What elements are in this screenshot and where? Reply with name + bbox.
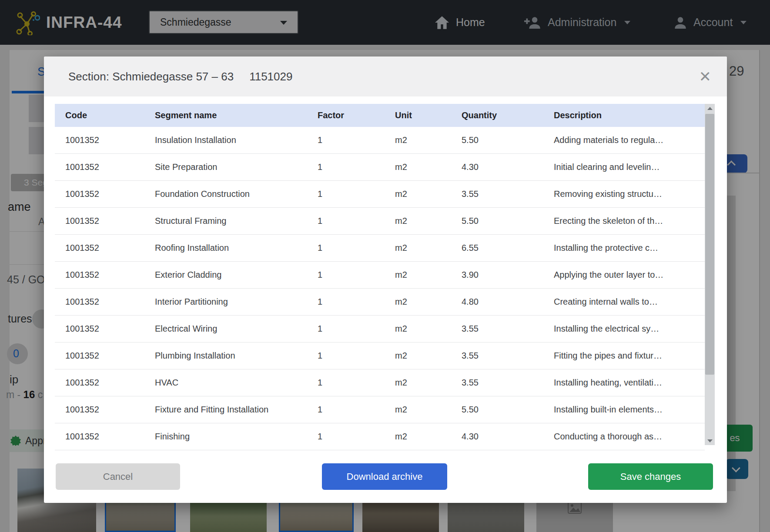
cell-segment-name: Exterior Cladding [144,262,307,289]
cell-segment-name: HVAC [144,369,307,396]
cell-description: Applying the outer layer to… [543,262,705,289]
cell-factor: 1 [307,316,385,342]
cell-unit: m2 [385,235,451,262]
cell-segment-name: Fixture and Fitting Installation [144,396,307,423]
table-row[interactable]: 1001352 Interior Partitioning 1 m2 4.80 … [55,289,705,316]
column-header-code: Code [55,104,144,127]
cell-code: 1001352 [55,181,144,208]
cell-quantity: 4.80 [451,289,543,316]
scroll-down-arrow[interactable] [705,436,715,445]
table-row[interactable]: 1001352 Foundation Construction 1 m2 3.5… [55,181,705,208]
table-row[interactable]: 1001352 Fixture and Fitting Installation… [55,396,705,423]
cell-segment-name: Insulation Installation [144,127,307,154]
screen: INFRA-44 Schmiedegasse Home Administra [0,0,770,532]
cell-code: 1001352 [55,289,144,316]
dialog-header: Section: Schmiedegasse 57 – 631151029 ✕ [44,57,727,96]
column-header-description: Description [543,104,705,127]
cell-code: 1001352 [55,396,144,423]
cancel-button[interactable]: Cancel [56,463,180,490]
cell-unit: m2 [385,127,451,154]
cell-unit: m2 [385,396,451,423]
cell-unit: m2 [385,289,451,316]
cell-quantity: 6.55 [451,235,543,262]
triangle-up-icon [707,107,713,110]
triangle-down-icon [707,439,713,442]
cell-quantity: 5.50 [451,396,543,423]
cell-quantity: 3.55 [451,342,543,369]
table-row[interactable]: 1001352 Plumbing Installation 1 m2 3.55 … [55,342,705,369]
cell-code: 1001352 [55,423,144,450]
cell-quantity: 3.55 [451,181,543,208]
cell-unit: m2 [385,181,451,208]
cell-description: Installing the electrical sy… [543,316,705,342]
table-row[interactable]: 1001352 Roofing Installation 1 m2 6.55 I… [55,235,705,262]
column-header-segment-name: Segment name [144,104,307,127]
cell-factor: 1 [307,396,385,423]
cell-factor: 1 [307,262,385,289]
cell-quantity: 3.55 [451,316,543,342]
cell-segment-name: Electrical Wiring [144,316,307,342]
save-changes-button[interactable]: Save changes [588,463,713,490]
download-archive-button[interactable]: Download archive [322,463,447,490]
cell-code: 1001352 [55,235,144,262]
dialog-title: Section: Schmiedegasse 57 – 631151029 [68,57,292,96]
table-row[interactable]: 1001352 HVAC 1 m2 3.55 Installing heatin… [55,369,705,396]
cell-quantity: 4.30 [451,423,543,450]
cell-quantity: 3.55 [451,369,543,396]
cell-segment-name: Foundation Construction [144,181,307,208]
cell-factor: 1 [307,369,385,396]
cell-code: 1001352 [55,369,144,396]
cell-description: Installing the protective c… [543,235,705,262]
cell-segment-name: Site Preparation [144,154,307,181]
table-row[interactable]: 1001352 Site Preparation 1 m2 4.30 Initi… [55,154,705,181]
cell-description: Installing built-in elements… [543,396,705,423]
cell-description: Adding materials to regula… [543,127,705,154]
cell-segment-name: Finishing [144,423,307,450]
table-row[interactable]: 1001352 Insulation Installation 1 m2 5.5… [55,127,705,154]
cell-description: Fitting the pipes and fixtur… [543,342,705,369]
cell-description: Creating internal walls to… [543,289,705,316]
cell-segment-name: Interior Partitioning [144,289,307,316]
column-header-quantity: Quantity [451,104,543,127]
cell-code: 1001352 [55,208,144,235]
cell-unit: m2 [385,154,451,181]
cell-quantity: 3.90 [451,262,543,289]
cell-description: Conducting a thorough as… [543,423,705,450]
cell-unit: m2 [385,423,451,450]
cell-unit: m2 [385,316,451,342]
cell-segment-name: Structural Framing [144,208,307,235]
cell-factor: 1 [307,423,385,450]
table-scrollbar[interactable] [705,104,715,445]
cell-segment-name: Plumbing Installation [144,342,307,369]
cell-factor: 1 [307,127,385,154]
section-details-dialog: Section: Schmiedegasse 57 – 631151029 ✕ … [44,57,727,503]
segments-table: Code Segment name Factor Unit Quantity D… [55,104,705,450]
scroll-up-arrow[interactable] [705,104,715,113]
table-row[interactable]: 1001352 Electrical Wiring 1 m2 3.55 Inst… [55,316,705,342]
cell-segment-name: Roofing Installation [144,235,307,262]
close-icon[interactable]: ✕ [699,66,712,87]
cell-quantity: 4.30 [451,154,543,181]
table-header-row: Code Segment name Factor Unit Quantity D… [55,104,705,127]
segments-table-container: Code Segment name Factor Unit Quantity D… [55,104,715,445]
cell-unit: m2 [385,369,451,396]
cell-description: Removing existing structu… [543,181,705,208]
cell-code: 1001352 [55,342,144,369]
cell-code: 1001352 [55,154,144,181]
cell-factor: 1 [307,208,385,235]
scrollbar-thumb[interactable] [705,114,714,375]
cell-factor: 1 [307,289,385,316]
cell-code: 1001352 [55,127,144,154]
table-row[interactable]: 1001352 Structural Framing 1 m2 5.50 Ere… [55,208,705,235]
cell-code: 1001352 [55,262,144,289]
cell-factor: 1 [307,235,385,262]
table-row[interactable]: 1001352 Finishing 1 m2 4.30 Conducting a… [55,423,705,450]
cell-description: Installing heating, ventilati… [543,369,705,396]
column-header-unit: Unit [385,104,451,127]
dialog-title-text: Section: Schmiedegasse 57 – 63 [68,70,234,83]
cell-unit: m2 [385,208,451,235]
cell-quantity: 5.50 [451,208,543,235]
cell-factor: 1 [307,181,385,208]
table-row[interactable]: 1001352 Exterior Cladding 1 m2 3.90 Appl… [55,262,705,289]
cell-description: Initial clearing and levelin… [543,154,705,181]
